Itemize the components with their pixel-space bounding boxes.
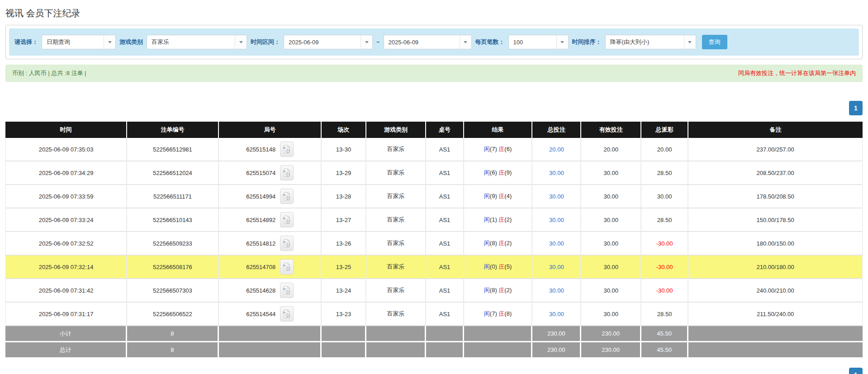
result-player-label: 闲 bbox=[484, 216, 490, 223]
video-replay-button[interactable] bbox=[280, 306, 294, 322]
summary-empty-cell bbox=[219, 342, 322, 359]
video-replay-button[interactable] bbox=[280, 236, 294, 251]
column-header: 局号 bbox=[219, 122, 322, 138]
query-mode-label: 请选择： bbox=[14, 38, 38, 46]
chevron-down-icon[interactable] bbox=[235, 35, 247, 49]
cell-payout: 28.50 bbox=[641, 208, 688, 232]
summary-empty-cell bbox=[219, 326, 322, 342]
cell-table-id: AS1 bbox=[426, 208, 464, 232]
pagination-bottom: 1 bbox=[5, 368, 863, 374]
cell-result: 闲(6) 庄(9) bbox=[464, 161, 533, 185]
time-sort-select[interactable]: 降幂(由大到小) bbox=[605, 35, 696, 49]
result-banker-label: 庄 bbox=[498, 146, 504, 152]
cell-payout: -30.00 bbox=[641, 232, 688, 256]
time-sort-value: 降幂(由大到小) bbox=[606, 35, 684, 49]
cell-payout: 28.50 bbox=[641, 303, 688, 326]
cell-total-bet: 30.00 bbox=[532, 185, 581, 208]
date-from-value: 2025-06-09 bbox=[284, 35, 360, 49]
cell-payout: 28.50 bbox=[641, 161, 688, 185]
summary-valid-bet: 230.00 bbox=[581, 326, 641, 342]
video-replay-button[interactable] bbox=[280, 283, 294, 298]
cell-valid-bet: 30.00 bbox=[581, 185, 641, 208]
cell-total-bet: 30.00 bbox=[532, 279, 581, 303]
chevron-down-icon[interactable] bbox=[460, 35, 471, 49]
result-player-label: 闲 bbox=[484, 169, 490, 176]
valid-bet-note: 同局有效投注，统一计算在该局第一张注单内 bbox=[738, 69, 856, 77]
bet-row: 2025-06-09 07:31:42522566507303625514628… bbox=[5, 279, 863, 303]
game-type-value: 百家乐 bbox=[147, 35, 235, 49]
video-replay-button[interactable] bbox=[280, 189, 294, 204]
column-header: 结果 bbox=[464, 122, 533, 138]
total-bet-link[interactable]: 30.00 bbox=[549, 240, 564, 247]
total-bet-link[interactable]: 20.00 bbox=[549, 146, 564, 153]
cell-result: 闲(1) 庄(2) bbox=[464, 208, 533, 232]
cell-bet-id: 522566510143 bbox=[127, 208, 219, 232]
result-player-label: 闲 bbox=[484, 263, 490, 270]
cell-round-id: 625514628 bbox=[219, 279, 322, 303]
cell-total-bet: 30.00 bbox=[532, 303, 581, 326]
cell-session: 13-26 bbox=[322, 232, 366, 256]
round-id-text: 625514628 bbox=[246, 287, 275, 294]
summary-bet-count: 8 bbox=[127, 342, 219, 359]
cell-session: 13-25 bbox=[322, 256, 366, 279]
cell-time: 2025-06-09 07:33:24 bbox=[5, 208, 127, 232]
date-from-select[interactable]: 2025-06-09 bbox=[284, 35, 373, 49]
date-to-select[interactable]: 2025-06-09 bbox=[384, 35, 472, 49]
video-replay-button[interactable] bbox=[280, 259, 294, 275]
total-bet-link[interactable]: 30.00 bbox=[549, 217, 564, 223]
query-mode-select[interactable]: 日期查询 bbox=[42, 35, 116, 49]
cell-payout: -30.00 bbox=[641, 279, 688, 303]
video-file-icon bbox=[283, 215, 290, 224]
chevron-down-icon[interactable] bbox=[684, 35, 696, 49]
cell-bet-id: 522566512981 bbox=[127, 138, 219, 161]
total-bet-link[interactable]: 30.00 bbox=[549, 287, 564, 294]
cell-valid-bet: 30.00 bbox=[581, 232, 641, 256]
video-replay-button[interactable] bbox=[280, 165, 294, 180]
video-file-icon bbox=[283, 145, 290, 154]
video-replay-button[interactable] bbox=[280, 142, 294, 157]
cell-game-type: 百家乐 bbox=[366, 161, 427, 185]
summary-payout: 45.50 bbox=[641, 342, 688, 359]
total-bet-link[interactable]: 30.00 bbox=[549, 193, 564, 200]
page-1-button[interactable]: 1 bbox=[849, 368, 863, 374]
cell-table-id: AS1 bbox=[426, 279, 464, 303]
cell-result: 闲(0) 庄(5) bbox=[464, 256, 533, 279]
result-banker-label: 庄 bbox=[498, 193, 504, 199]
video-replay-button[interactable] bbox=[280, 212, 294, 227]
page-1-button[interactable]: 1 bbox=[849, 101, 863, 115]
total-bet-link[interactable]: 30.00 bbox=[549, 264, 564, 270]
cell-round-id: 625514892 bbox=[219, 208, 322, 232]
chevron-down-icon[interactable] bbox=[104, 35, 115, 49]
round-id-text: 625515148 bbox=[246, 146, 275, 153]
chevron-down-icon[interactable] bbox=[360, 35, 372, 49]
summary-payout: 45.50 bbox=[641, 326, 688, 342]
summary-label: 总计 bbox=[5, 342, 127, 359]
cell-round-id: 625514812 bbox=[219, 232, 322, 256]
total-bet-link[interactable]: 30.00 bbox=[549, 311, 564, 317]
summary-bet-count: 8 bbox=[127, 326, 219, 342]
search-button[interactable]: 查询 bbox=[702, 35, 727, 49]
game-type-label: 游戏类别 bbox=[119, 38, 143, 46]
page-size-select[interactable]: 100 bbox=[508, 35, 569, 49]
summary-row: 总计8230.00230.0045.50 bbox=[5, 342, 863, 359]
currency-total-text: 币别 : 人民币 | 总共 :8 注单 | bbox=[12, 69, 86, 77]
video-file-icon bbox=[283, 262, 290, 271]
chevron-down-icon[interactable] bbox=[556, 35, 568, 49]
cell-table-id: AS1 bbox=[426, 303, 464, 326]
game-type-select[interactable]: 百家乐 bbox=[147, 35, 247, 49]
summary-empty-cell bbox=[688, 342, 863, 359]
result-banker-label: 庄 bbox=[498, 287, 504, 294]
summary-empty-cell bbox=[322, 342, 366, 359]
cell-time: 2025-06-09 07:31:42 bbox=[5, 279, 127, 303]
cell-valid-bet: 30.00 bbox=[581, 256, 641, 279]
result-player-label: 闲 bbox=[484, 240, 490, 246]
round-id-text: 625514892 bbox=[246, 217, 275, 223]
summary-empty-cell bbox=[464, 326, 533, 342]
cell-game-type: 百家乐 bbox=[366, 185, 427, 208]
cell-time: 2025-06-09 07:31:17 bbox=[5, 303, 127, 326]
cell-result: 闲(8) 庄(2) bbox=[464, 232, 533, 256]
cell-table-id: AS1 bbox=[426, 232, 464, 256]
cell-payout: 30.00 bbox=[641, 185, 688, 208]
bet-row: 2025-06-09 07:31:17522566506522625514544… bbox=[5, 303, 863, 326]
total-bet-link[interactable]: 30.00 bbox=[549, 170, 564, 176]
